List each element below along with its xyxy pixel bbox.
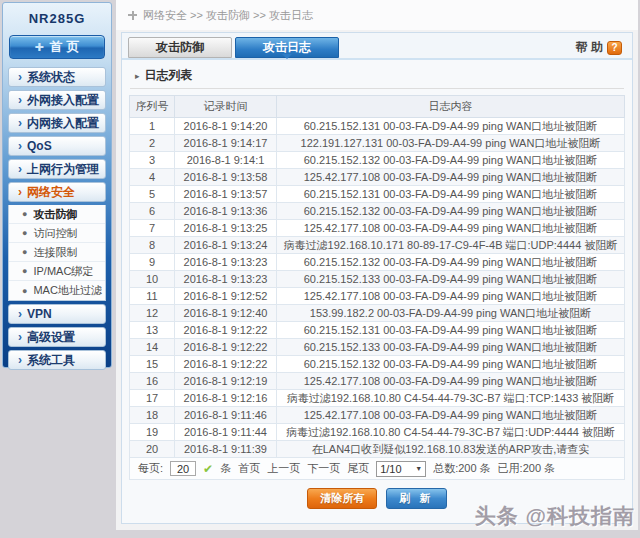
cell-content: 60.215.152.133 00-03-FA-D9-A4-99 ping WA… [277,271,625,288]
table-row: 162016-8-1 9:12:19125.42.177.108 00-03-F… [130,373,625,390]
cell-content: 125.42.177.108 00-03-FA-D9-A4-99 ping WA… [277,169,625,186]
chevron-right-icon: › [18,308,22,320]
cell-serial: 18 [130,407,175,424]
header-serial: 序列号 [130,96,175,118]
submenu-item-access-control[interactable]: ● 访问控制 [9,224,105,243]
sidebar-item-label: 内网接入配置 [27,115,99,132]
cell-time: 2016-8-1 9:13:36 [175,203,277,220]
cell-content: 60.215.152.132 00-03-FA-D9-A4-99 ping WA… [277,203,625,220]
cell-serial: 20 [130,441,175,458]
cell-time: 2016-8-1 9:12:52 [175,288,277,305]
tab-attack-log[interactable]: 攻击日志 [235,37,339,58]
next-page-link[interactable]: 下一页 [307,461,340,476]
chevron-right-icon: › [18,331,22,343]
sidebar-item-label: 网络安全 [27,184,75,201]
sidebar-item-system-tools[interactable]: › 系统工具 [8,350,106,370]
page-select-value: 1/10 [380,463,401,475]
submenu-item-label: MAC地址过滤 [33,283,101,298]
submenu-item-connection-limit[interactable]: ● 连接限制 [9,243,105,262]
watermark: 头条 @科技指南 [475,502,635,530]
chevron-down-icon: ▼ [415,465,422,472]
cell-time: 2016-8-1 9:13:24 [175,237,277,254]
cell-time: 2016-8-1 9:12:22 [175,322,277,339]
table-row: 202016-8-1 9:11:39在LAN4口收到疑似192.168.10.8… [130,441,625,458]
sidebar-item-label: 系统状态 [27,69,75,86]
per-page-input[interactable] [170,461,196,476]
table-row: 192016-8-1 9:11:44病毒过滤192.168.10.80 C4-5… [130,424,625,441]
chevron-right-icon: › [18,117,22,129]
sidebar: NR285G ✚ 首 页 › 系统状态 › 外网接入配置 › 内网接入配置 › … [2,2,112,368]
sidebar-item-behavior-mgmt[interactable]: › 上网行为管理 [8,159,106,179]
per-page-label: 每页: [138,461,163,476]
header-time: 记录时间 [175,96,277,118]
cell-serial: 17 [130,390,175,407]
help-label: 帮 助 [576,39,603,56]
submenu-item-label: IP/MAC绑定 [33,264,93,279]
table-header-row: 序列号 记录时间 日志内容 [130,96,625,118]
cell-content: 125.42.177.108 00-03-FA-D9-A4-99 ping WA… [277,288,625,305]
section-divider [130,88,624,89]
home-icon: ✚ [35,41,44,54]
cell-content: 60.215.152.131 00-03-FA-D9-A4-99 ping WA… [277,322,625,339]
sidebar-item-vpn[interactable]: › VPN [8,304,106,324]
submenu-item-attack-defense[interactable]: ● 攻击防御 [9,205,105,224]
cell-content: 125.42.177.108 00-03-FA-D9-A4-99 ping WA… [277,220,625,237]
cell-serial: 14 [130,339,175,356]
cell-time: 2016-8-1 9:14:17 [175,135,277,152]
sidebar-item-system-status[interactable]: › 系统状态 [8,67,106,87]
cell-content: 153.99.182.2 00-03-FA-D9-A4-99 ping WAN口… [277,305,625,322]
cell-time: 2016-8-1 9:11:46 [175,407,277,424]
home-button[interactable]: ✚ 首 页 [9,35,105,59]
refresh-button[interactable]: 刷 新 [386,488,446,509]
cell-content: 60.215.152.132 00-03-FA-D9-A4-99 ping WA… [277,356,625,373]
table-row: 42016-8-1 9:13:58125.42.177.108 00-03-FA… [130,169,625,186]
cell-serial: 2 [130,135,175,152]
cell-content: 60.215.152.132 00-03-FA-D9-A4-99 ping WA… [277,152,625,169]
cell-serial: 7 [130,220,175,237]
table-row: 102016-8-1 9:13:2360.215.152.133 00-03-F… [130,271,625,288]
tab-strip: 攻击防御 攻击日志 帮 助 ? [122,33,632,60]
cell-serial: 3 [130,152,175,169]
network-security-submenu: ● 攻击防御 ● 访问控制 ● 连接限制 ● IP/MAC绑定 ● MAC地址过… [8,205,106,301]
sidebar-item-label: 高级设置 [27,329,75,346]
per-page-unit: 条 [220,461,231,476]
prev-page-link[interactable]: 上一页 [267,461,300,476]
cell-serial: 13 [130,322,175,339]
cell-serial: 1 [130,118,175,135]
submenu-item-mac-filter[interactable]: ● MAC地址过滤 [9,281,105,300]
cell-time: 2016-8-1 9:13:23 [175,271,277,288]
help-button[interactable]: 帮 助 ? [576,39,622,56]
plus-nav-icon [128,11,137,20]
total-count: 总数:200 条 [433,461,490,476]
cell-serial: 6 [130,203,175,220]
submenu-item-ip-mac-binding[interactable]: ● IP/MAC绑定 [9,262,105,281]
sidebar-item-network-security[interactable]: › 网络安全 [8,182,106,202]
cell-time: 2016-8-1 9:13:25 [175,220,277,237]
last-page-link[interactable]: 尾页 [347,461,369,476]
tab-attack-defense[interactable]: 攻击防御 [128,37,232,58]
sidebar-item-advanced-settings[interactable]: › 高级设置 [8,327,106,347]
bullet-icon: ● [22,209,27,219]
table-row: 32016-8-1 9:14:160.215.152.132 00-03-FA-… [130,152,625,169]
table-row: 112016-8-1 9:12:52125.42.177.108 00-03-F… [130,288,625,305]
section-title: 日志列表 [145,67,193,84]
submenu-item-label: 连接限制 [33,245,77,260]
cell-time: 2016-8-1 9:12:22 [175,356,277,373]
table-row: 142016-8-1 9:12:2260.215.152.133 00-03-F… [130,339,625,356]
cell-content: 122.191.127.131 00-03-FA-D9-A4-99 ping W… [277,135,625,152]
home-button-label: 首 页 [50,38,80,56]
cell-serial: 9 [130,254,175,271]
first-page-link[interactable]: 首页 [238,461,260,476]
sidebar-item-qos[interactable]: › QoS [8,136,106,156]
sidebar-item-wan-config[interactable]: › 外网接入配置 [8,90,106,110]
clear-all-button[interactable]: 清除所有 [307,488,377,509]
cell-time: 2016-8-1 9:11:44 [175,424,277,441]
table-row: 72016-8-1 9:13:25125.42.177.108 00-03-FA… [130,220,625,237]
sidebar-item-label: QoS [27,139,52,153]
page-select-dropdown[interactable]: 1/10 ▼ [376,461,426,477]
bullet-icon: ● [22,228,27,238]
chevron-right-icon: › [18,94,22,106]
cell-time: 2016-8-1 9:11:39 [175,441,277,458]
sidebar-item-lan-config[interactable]: › 内网接入配置 [8,113,106,133]
cell-serial: 8 [130,237,175,254]
